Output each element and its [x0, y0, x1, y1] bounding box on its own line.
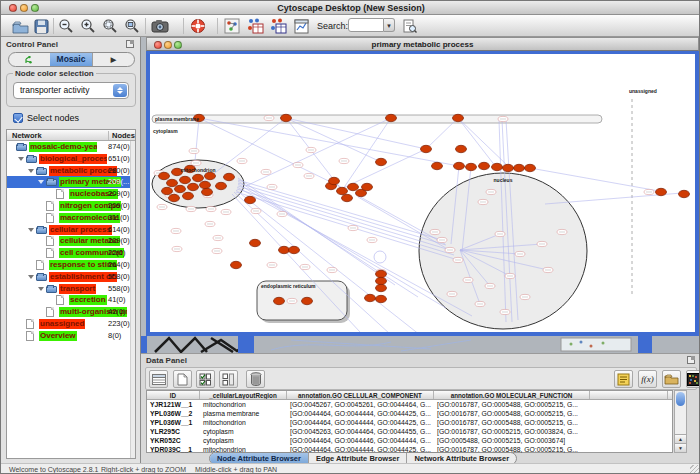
search-input[interactable] — [348, 18, 384, 32]
network-window-titlebar[interactable]: primary metabolic process — [146, 37, 699, 51]
tree-row[interactable]: metabolic process280(0) — [7, 165, 136, 177]
table-cell: mitochondrion — [200, 418, 287, 427]
folder-icon — [36, 227, 47, 234]
tab-overflow-arrow[interactable]: ▶ — [92, 53, 134, 66]
tree-row[interactable]: secretion41(0) — [7, 294, 136, 306]
scroll-down-arrow[interactable]: ▼ — [675, 443, 686, 452]
table-row[interactable]: YPL036W__2plasma membrane[GO:0044464, GO… — [147, 409, 672, 418]
svg-text:plasma membrane: plasma membrane — [155, 116, 199, 122]
attribute-table[interactable]: ID_cellularLayoutRegionannotation.GO CEL… — [146, 390, 673, 453]
table-row[interactable]: YLR295Ccytoplasm[GO:0045263, GO:0044464,… — [147, 427, 672, 436]
tree-row[interactable]: multi-organism pro42(0) — [7, 306, 136, 318]
status-hint-pan: Middle-click + drag to PAN — [195, 466, 277, 473]
folder-icon — [46, 286, 57, 293]
tree-row[interactable]: primary metabo209(... — [7, 176, 136, 188]
zoom-out-icon[interactable] — [57, 17, 75, 35]
float-panel-icon[interactable] — [126, 40, 134, 48]
save-session-icon[interactable] — [32, 17, 50, 35]
expand-arrow-icon[interactable] — [18, 157, 24, 161]
folder-icon — [26, 156, 37, 163]
column-header[interactable] — [590, 391, 668, 399]
network-canvas[interactable]: plasma membranecytoplasmmitochondrionnuc… — [150, 54, 695, 332]
table-row[interactable]: YKR052Ccytoplasm[GO:0044464, GO:0044446,… — [147, 436, 672, 445]
manage-network-view-icon[interactable] — [223, 17, 241, 35]
import-attributes-icon[interactable] — [662, 370, 681, 388]
node-color-dropdown[interactable]: transporter activity — [13, 82, 129, 99]
tree-row[interactable]: biological_process651(0) — [7, 153, 136, 165]
delete-attribute-icon[interactable] — [246, 370, 265, 388]
tree-row[interactable]: Overview8(0) — [7, 330, 136, 342]
resize-grip-icon[interactable] — [690, 465, 700, 474]
table-cell — [590, 409, 668, 418]
tree-row[interactable]: transport558(0) — [7, 283, 136, 295]
scrollbar-thumb[interactable] — [676, 392, 685, 406]
zoom-fit-icon[interactable] — [123, 17, 141, 35]
network-tree-icon — [25, 56, 32, 63]
tree-row[interactable]: cell communicat22(0) — [7, 247, 136, 259]
dropdown-value: transporter activity — [20, 85, 89, 95]
import-node-attributes-icon[interactable] — [246, 17, 264, 35]
network-view-window[interactable]: primary metabolic process plasma membran… — [146, 37, 699, 336]
status-message: Welcome to Cytoscape 2.8.1 — [9, 466, 98, 473]
tree-row[interactable]: establishment of lo558(0) — [7, 271, 136, 283]
expand-arrow-icon[interactable] — [28, 275, 34, 279]
tree-row[interactable]: unassigned223(0) — [7, 318, 136, 330]
table-cell: YPL036W__2 — [147, 409, 200, 418]
help-icon[interactable] — [189, 17, 207, 35]
svg-text:endoplasmic reticulum: endoplasmic reticulum — [261, 283, 316, 289]
scroll-up-arrow[interactable]: ▲ — [675, 434, 686, 443]
table-row[interactable]: YPL036W__1mitochondrion[GO:0044464, GO:0… — [147, 418, 672, 427]
new-attribute-icon[interactable] — [173, 370, 192, 388]
expand-arrow-icon[interactable] — [38, 180, 44, 184]
expression-matrix-icon[interactable] — [686, 370, 700, 388]
select-nodes-checkbox[interactable] — [13, 113, 23, 123]
search-label: Search: — [317, 21, 348, 31]
column-header[interactable]: _cellularLayoutRegion — [200, 391, 287, 399]
column-header[interactable]: ID — [147, 391, 200, 399]
svg-text:cytoplasm: cytoplasm — [153, 128, 178, 134]
column-layout-icon[interactable] — [149, 370, 168, 388]
attribute-batch-editor-icon[interactable] — [614, 370, 633, 388]
tree-node-label: mosaic-demo-yeast — [29, 142, 97, 152]
table-row[interactable]: YJR121W__1mitochondrion[GO:0045267, GO:0… — [147, 400, 672, 409]
import-expression-matrix-icon[interactable] — [292, 17, 310, 35]
tree-row[interactable]: cellular process614(0) — [7, 224, 136, 236]
float-data-panel-icon[interactable] — [687, 356, 695, 364]
zoom-in-icon[interactable] — [79, 17, 97, 35]
expand-arrow-icon[interactable] — [28, 228, 34, 232]
open-session-icon[interactable] — [11, 17, 29, 35]
tree-scrollbar[interactable] — [130, 141, 135, 458]
tab-network[interactable]: Network — [9, 53, 50, 66]
expand-arrow-icon[interactable] — [38, 287, 44, 291]
tree-row[interactable]: mosaic-demo-yeast874(0) — [7, 141, 136, 153]
tab-mosaic[interactable]: Mosaic — [50, 53, 91, 66]
table-cell: YPL036W__1 — [147, 418, 200, 427]
table-cell — [590, 436, 668, 445]
attribute-table-header[interactable]: ID_cellularLayoutRegionannotation.GO CEL… — [147, 391, 672, 400]
table-vertical-scrollbar[interactable]: ▲ ▼ — [674, 390, 687, 453]
tree-row[interactable]: nitrogen compo209(0) — [7, 200, 136, 212]
table-cell: [GO:0044464, GO:0044444, GO:0044425, G..… — [287, 409, 434, 418]
column-header[interactable]: annotation.GO MOLECULAR_FUNCTION — [434, 391, 590, 399]
unselect-attributes-icon[interactable] — [219, 370, 238, 388]
import-edge-attributes-icon[interactable] — [269, 17, 287, 35]
search-dropdown-arrow[interactable]: ▼ — [384, 18, 395, 32]
file-icon — [46, 201, 54, 211]
node-count: 874(0) — [108, 142, 130, 151]
refine-search-icon[interactable] — [401, 17, 419, 35]
expand-arrow-icon[interactable] — [28, 169, 34, 173]
tree-node-label: metabolic process — [49, 166, 117, 176]
snapshot-icon[interactable] — [151, 17, 169, 35]
data-panel-title: Data Panel — [141, 354, 700, 365]
tree-row[interactable]: nucleobase-209(0) — [7, 188, 136, 200]
network-tree-header[interactable]: Network Nodes — [7, 130, 135, 141]
tree-row[interactable]: macromolecule311(0) — [7, 212, 136, 224]
zoom-selected-icon[interactable] — [101, 17, 119, 35]
tree-row[interactable]: cellular metabo209(0) — [7, 235, 136, 247]
select-attributes-icon[interactable] — [196, 370, 215, 388]
node-count: 558(0) — [108, 272, 130, 281]
function-builder-icon[interactable]: f(x) — [638, 370, 657, 388]
table-cell: [GO:0044464, GO:0044446, GO:0044444, G..… — [287, 436, 434, 445]
column-header[interactable]: annotation.GO CELLULAR_COMPONENT — [287, 391, 434, 399]
tree-row[interactable]: response to stimulu264(0) — [7, 259, 136, 271]
